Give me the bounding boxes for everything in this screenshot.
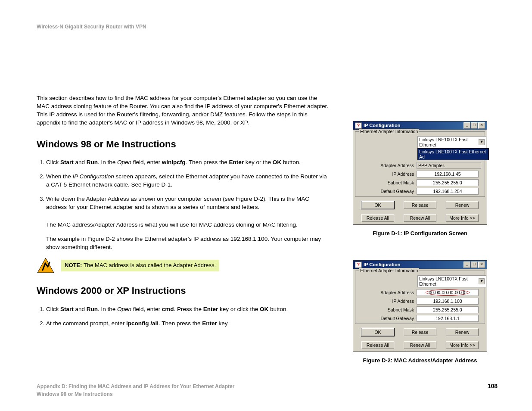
minimize-icon[interactable]: _ [464, 262, 470, 268]
adapter-fieldset: Ethernet Adapter Information Linksys LNE… [355, 131, 485, 197]
intro-paragraph: This section describes how to find the M… [37, 94, 330, 127]
release-all-button[interactable]: Release All [361, 214, 394, 222]
more-info-button[interactable]: More Info >> [446, 214, 479, 222]
renew-button[interactable]: Renew [446, 328, 479, 336]
figure-d1: ?IP Configuration _ □ × Ethernet Adapter… [351, 121, 489, 237]
heading-win98: Windows 98 or Me Instructions [37, 138, 330, 151]
win98-step2: When the IP Configuration screen appears… [46, 173, 330, 189]
release-button[interactable]: Release [404, 328, 436, 336]
label-gateway: Default Gateway [357, 316, 417, 321]
label-ip: IP Address [357, 299, 417, 304]
figure-d2: ?IP Configuration _ □ × Ethernet Adapter… [351, 260, 489, 364]
release-all-button[interactable]: Release All [361, 341, 394, 349]
close-icon[interactable]: × [478, 122, 485, 129]
figures-column: ?IP Configuration _ □ × Ethernet Adapter… [351, 94, 489, 387]
main-text-column: This section describes how to find the M… [37, 94, 330, 387]
renew-all-button[interactable]: Renew All [404, 341, 436, 349]
heading-win2k: Windows 2000 or XP Instructions [37, 284, 330, 298]
dropdown-option-highlighted[interactable]: Linksys LNE100TX Fast Ethernet Ad [417, 148, 489, 160]
win98-step3: Write down the Adapter Address as shown … [46, 195, 330, 212]
chevron-down-icon[interactable]: ▼ [479, 278, 485, 284]
value-ppp: PPP Adapter. [417, 162, 481, 169]
maximize-icon[interactable]: □ [471, 122, 478, 129]
app-icon: ? [355, 122, 362, 129]
app-icon: ? [355, 262, 362, 268]
renew-button[interactable]: Renew [446, 201, 479, 209]
win2k-step2: At the command prompt, enter ipconfig /a… [46, 320, 330, 328]
win2k-step1: Click Start and Run. In the Open field, … [46, 305, 330, 314]
value-subnet: 255.255.255.0 [417, 179, 479, 186]
adapter-dropdown[interactable]: Linksys LNE100TX Fast Ethernet▼ [417, 136, 486, 148]
value-ip: 192.168.1.45 [417, 171, 479, 177]
note-text: NOTE: The MAC address is also called the… [61, 260, 219, 271]
footer-line1: Appendix D: Finding the MAC Address and … [37, 383, 234, 390]
value-subnet: 255.255.255.0 [417, 306, 479, 313]
value-gateway: 192.168.1.254 [417, 188, 479, 195]
page-number: 108 [488, 383, 498, 398]
svg-marker-0 [37, 258, 54, 273]
figure-d1-caption: Figure D-1: IP Configuration Screen [351, 230, 489, 237]
footer-line2: Windows 98 or Me Instructions [37, 390, 234, 398]
document-header: Wireless-N Gigabit Security Router with … [37, 24, 498, 30]
ipconfig-window-1: ?IP Configuration _ □ × Ethernet Adapter… [353, 121, 487, 225]
win98-step1: Click Start and Run. In the Open field, … [46, 159, 330, 167]
indent-para1: The MAC address/Adapter Address is what … [46, 221, 330, 229]
minimize-icon[interactable]: _ [464, 122, 470, 129]
fieldset-legend: Ethernet Adapter Information [359, 129, 419, 134]
chevron-down-icon[interactable]: ▼ [479, 139, 485, 145]
page-footer: Appendix D: Finding the MAC Address and … [37, 383, 498, 398]
note-box: NOTE: The MAC address is also called the… [37, 257, 330, 274]
value-ip: 192.168.1.100 [417, 298, 479, 305]
label-adapter-address: Adapter Address [357, 290, 417, 295]
value-gateway: 192.168.1.1 [417, 315, 479, 322]
adapter-dropdown[interactable]: Linksys LNE100TX Fast Ethernet▼ [417, 275, 486, 287]
release-button[interactable]: Release [404, 201, 436, 209]
win2k-steps: Click Start and Run. In the Open field, … [37, 305, 330, 328]
label-subnet: Subnet Mask [357, 180, 417, 185]
more-info-button[interactable]: More Info >> [446, 341, 479, 349]
value-mac: 00-00-00-00-00-00 [417, 289, 479, 296]
fieldset-legend: Ethernet Adapter Information [359, 268, 419, 273]
maximize-icon[interactable]: □ [471, 262, 478, 268]
label-ip: IP Address [357, 171, 417, 177]
label-gateway: Default Gateway [357, 189, 417, 194]
ok-button[interactable]: OK [361, 328, 394, 336]
warning-triangle-icon [37, 257, 55, 274]
ok-button[interactable]: OK [361, 201, 394, 209]
renew-all-button[interactable]: Renew All [404, 214, 436, 222]
close-icon[interactable]: × [478, 262, 485, 268]
adapter-fieldset: Ethernet Adapter Information Linksys LNE… [355, 271, 485, 324]
figure-d2-caption: Figure D-2: MAC Address/Adapter Address [351, 357, 489, 364]
ipconfig-window-2: ?IP Configuration _ □ × Ethernet Adapter… [353, 260, 487, 352]
indent-para2: The example in Figure D-2 shows the Ethe… [46, 235, 330, 252]
label-subnet: Subnet Mask [357, 307, 417, 312]
win98-steps: Click Start and Run. In the Open field, … [37, 159, 330, 211]
label-adapter-address: Adapter Address [357, 163, 417, 168]
